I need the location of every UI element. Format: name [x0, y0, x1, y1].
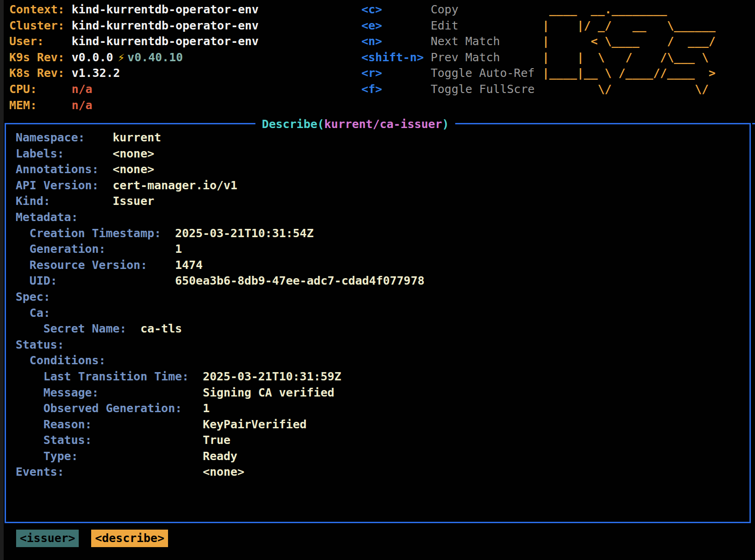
describe-key: Metadata:	[16, 210, 113, 226]
describe-content[interactable]: Namespace:kurrent Labels:<none> Annotati…	[16, 130, 749, 480]
describe-line: Metadata:	[16, 210, 749, 226]
cpu-label: CPU:	[9, 82, 71, 98]
user-label: User:	[9, 34, 71, 50]
describe-line: API Version:cert-manager.io/v1	[16, 178, 749, 194]
describe-key: UID:	[16, 273, 175, 289]
describe-key: Generation:	[16, 241, 175, 257]
upgrade-bolt-icon: ⚡	[118, 51, 125, 64]
shortcut-desc: Toggle Auto-Ref	[431, 66, 535, 80]
describe-key: Ca:	[16, 305, 140, 321]
describe-value: <none>	[113, 147, 154, 160]
describe-value: Ready	[203, 449, 237, 463]
shortcut-toggle-fullscreen[interactable]: <f>Toggle FullScre	[361, 82, 534, 98]
describe-value: True	[203, 433, 230, 447]
k9s-ascii-logo: ____ __.________ | |/ _/ __ \______ | < …	[542, 2, 715, 98]
describe-line: Annotations:<none>	[16, 162, 749, 178]
shortcut-key: <n>	[361, 34, 431, 50]
describe-line: Message:Signing CA verified	[16, 385, 749, 401]
describe-line: UID:650ea3b6-8db9-47ee-adc7-cdad4f077978	[16, 273, 749, 289]
describe-line: Ca:	[16, 305, 749, 321]
k8s-rev-value: v1.32.2	[71, 66, 120, 80]
describe-panel: Describe(kurrent/ca-issuer) Namespace:ku…	[5, 123, 751, 523]
context-row: Context:kind-kurrentdb-operator-env	[9, 2, 259, 18]
panel-title: Describe(kurrent/ca-issuer)	[256, 116, 455, 133]
describe-line: Labels:<none>	[16, 146, 749, 162]
describe-key: Kind:	[16, 193, 113, 210]
describe-key: Resource Version:	[16, 257, 175, 274]
logo-line: | | \ / /\___ \	[542, 50, 715, 66]
describe-line: Status:	[16, 337, 749, 353]
k9s-rev-value: v0.0.0	[71, 51, 113, 64]
shortcut-desc: Next Match	[431, 35, 500, 48]
k9s-terminal: Context:kind-kurrentdb-operator-env Clus…	[0, 0, 755, 560]
shortcut-desc: Prev Match	[431, 51, 500, 64]
logo-line: |____|__ \ /____//____ >	[542, 65, 715, 82]
k9s-upgrade-version: v0.40.10	[128, 51, 183, 64]
crumb-issuer[interactable]: <issuer>	[16, 530, 79, 547]
describe-value: 650ea3b6-8db9-47ee-adc7-cdad4f077978	[175, 274, 424, 287]
k8s-rev-row: K8s Rev:v1.32.2	[9, 65, 259, 82]
describe-value: cert-manager.io/v1	[113, 179, 238, 192]
context-label: Context:	[9, 2, 71, 18]
describe-value: <none>	[203, 465, 244, 478]
cpu-row: CPU:n/a	[9, 82, 259, 98]
panel-title-resource: kurrent/ca-issuer	[324, 117, 442, 131]
describe-line: Status:True	[16, 432, 749, 449]
shortcut-desc: Toggle FullScre	[431, 82, 535, 96]
describe-value: kurrent	[113, 131, 161, 144]
describe-key: Creation Timestamp:	[16, 226, 175, 242]
shortcut-key: <shift-n>	[361, 50, 431, 66]
shortcut-desc: Copy	[431, 3, 459, 16]
shortcut-key: <c>	[361, 2, 431, 18]
shortcut-edit[interactable]: <e>Edit	[361, 18, 534, 34]
describe-key: Status:	[16, 337, 113, 353]
shortcut-key: <r>	[361, 65, 431, 82]
describe-line: Resource Version:1474	[16, 257, 749, 274]
describe-key: Status:	[16, 432, 203, 449]
describe-key: Secret Name:	[16, 321, 140, 337]
describe-value: <none>	[113, 163, 154, 176]
context-value: kind-kurrentdb-operator-env	[71, 3, 258, 16]
describe-line: Secret Name:ca-tls	[16, 321, 749, 337]
cluster-label: Cluster:	[9, 18, 71, 34]
describe-key: Annotations:	[16, 162, 113, 178]
describe-key: Message:	[16, 385, 203, 401]
logo-line: | < \____ / ___/	[542, 34, 715, 50]
crumb-describe[interactable]: <describe>	[91, 530, 168, 547]
shortcut-next-match[interactable]: <n>Next Match	[361, 34, 534, 50]
shortcut-desc: Edit	[431, 19, 459, 32]
describe-line: Conditions:	[16, 353, 749, 369]
describe-key: Events:	[16, 464, 203, 480]
shortcut-toggle-autorefresh[interactable]: <r>Toggle Auto-Ref	[361, 65, 534, 82]
describe-value: 1474	[175, 258, 203, 272]
window-edge	[0, 0, 4, 560]
describe-line: Creation Timestamp:2025-03-21T10:31:54Z	[16, 226, 749, 242]
logo-line: \/ \/	[542, 82, 715, 98]
adjacent-panel-border	[752, 123, 755, 124]
describe-key: Conditions:	[16, 353, 113, 369]
describe-line: Reason:KeyPairVerified	[16, 417, 749, 433]
describe-line: Spec:	[16, 289, 749, 305]
shortcut-prev-match[interactable]: <shift-n>Prev Match	[361, 50, 534, 66]
cluster-row: Cluster:kind-kurrentdb-operator-env	[9, 18, 259, 34]
describe-line: Last Transition Time:2025-03-21T10:31:59…	[16, 369, 749, 385]
describe-key: Reason:	[16, 417, 203, 433]
k9s-rev-row: K9s Rev:v0.0.0⚡v0.40.10	[9, 50, 259, 66]
shortcut-key: <f>	[361, 82, 431, 98]
mem-value: n/a	[71, 99, 92, 112]
describe-value: KeyPairVerified	[203, 418, 307, 431]
describe-line: Generation:1	[16, 241, 749, 257]
k9s-rev-label: K9s Rev:	[9, 50, 71, 66]
cluster-value: kind-kurrentdb-operator-env	[71, 19, 258, 32]
describe-key: Type:	[16, 449, 203, 465]
describe-value: 2025-03-21T10:31:54Z	[175, 227, 314, 240]
logo-line: | |/ _/ __ \______	[542, 18, 715, 34]
mem-label: MEM:	[9, 98, 71, 114]
describe-line: Type:Ready	[16, 449, 749, 465]
describe-line: Events:<none>	[16, 464, 749, 480]
shortcut-copy[interactable]: <c>Copy	[361, 2, 534, 18]
describe-key: Labels:	[16, 146, 113, 162]
panel-title-suffix: )	[442, 117, 449, 131]
user-row: User:kind-kurrentdb-operator-env	[9, 34, 259, 50]
shortcut-menu: <c>Copy <e>Edit <n>Next Match <shift-n>P…	[361, 2, 534, 98]
